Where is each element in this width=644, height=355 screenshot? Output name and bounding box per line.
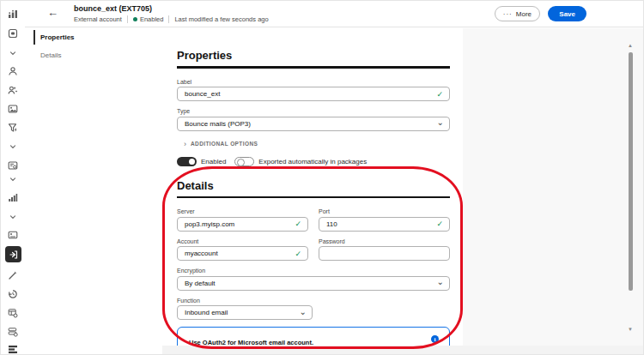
account-type-label: External account: [74, 15, 122, 23]
details-heading: Details: [177, 179, 450, 192]
chevron-right-icon: ›: [184, 140, 186, 148]
form-column: Properties Label bounce_ext ✓ Type Bounc…: [177, 28, 450, 355]
label-field-label: Label: [177, 79, 450, 85]
signal-bars-icon[interactable]: [5, 190, 21, 205]
content-cutoff: [162, 346, 644, 355]
bar-chart-icon[interactable]: [5, 6, 21, 21]
enabled-toggle[interactable]: [177, 157, 197, 166]
status-badge: Enabled: [133, 15, 164, 23]
media-icon[interactable]: [5, 101, 21, 117]
save-button[interactable]: Save: [548, 6, 586, 21]
enabled-toggle-label: Enabled: [201, 158, 226, 165]
status-dot-icon: [133, 17, 137, 21]
scrollbar-up-icon[interactable]: ▲: [628, 43, 633, 48]
subnav-item-properties[interactable]: Properties: [25, 28, 162, 46]
more-dots-icon: ···: [503, 10, 513, 18]
external-accounts-icon[interactable]: [5, 246, 21, 262]
divider: [168, 15, 169, 23]
audiences-icon[interactable]: [5, 82, 21, 98]
valid-check-icon: ✓: [295, 220, 301, 228]
section-rule: [177, 196, 450, 199]
port-field-label: Port: [319, 208, 450, 214]
function-field-label: Function: [177, 298, 450, 304]
filter-bolt-icon[interactable]: [5, 120, 21, 135]
sandbox-badge-icon[interactable]: [5, 26, 21, 41]
type-select[interactable]: Bounce mails (POP3) ⌄: [177, 117, 450, 131]
valid-check-icon: ✓: [436, 220, 443, 228]
encryption-field-label: Encryption: [177, 268, 450, 274]
subnav-item-details[interactable]: Details: [25, 46, 162, 64]
chevron-down-icon[interactable]: [5, 45, 21, 61]
chevron-down-icon[interactable]: [5, 171, 21, 187]
back-arrow-icon[interactable]: ←: [47, 7, 58, 18]
exported-toggle[interactable]: [234, 157, 254, 166]
table-gear-icon[interactable]: [5, 305, 21, 321]
password-field-label: Password: [319, 238, 450, 244]
page-header: ← bounce_ext (EXT705) External account E…: [25, 1, 644, 27]
label-field-input[interactable]: bounce_ext ✓: [177, 87, 450, 101]
last-modified-text: Last modified a few seconds ago: [174, 15, 268, 23]
properties-heading: Properties: [177, 49, 450, 62]
scrollbar-down-icon[interactable]: ▼: [628, 327, 633, 332]
account-field-label: Account: [177, 238, 308, 244]
page-title: bounce_ext (EXT705): [74, 4, 152, 13]
info-icon[interactable]: i: [431, 335, 439, 343]
page-background: [463, 28, 644, 355]
exported-toggle-label: Exported automatically in packages: [258, 158, 367, 165]
valid-check-icon: ✓: [436, 90, 443, 99]
server-gear-icon[interactable]: [5, 324, 21, 340]
additional-options-toggle[interactable]: › ADDITIONAL OPTIONS: [184, 140, 450, 148]
function-select[interactable]: Inbound email ⌄: [177, 305, 313, 320]
encryption-select[interactable]: By default ⌄: [177, 276, 450, 291]
more-button[interactable]: ··· More: [495, 6, 540, 21]
header-meta: External account Enabled Last modified a…: [74, 15, 269, 23]
valid-check-icon: ✓: [295, 250, 301, 258]
toggles-row: Enabled Exported automatically in packag…: [177, 157, 450, 166]
section-nav: Properties Details: [25, 28, 162, 64]
type-field-label: Type: [177, 108, 450, 114]
divider: [127, 15, 128, 23]
server-field-label: Server: [177, 208, 308, 214]
port-field-input[interactable]: 110 ✓: [319, 217, 450, 232]
package-icon[interactable]: [5, 351, 21, 355]
password-field-input[interactable]: [319, 246, 450, 261]
history-icon[interactable]: [5, 286, 21, 302]
person-icon[interactable]: [5, 63, 21, 79]
chevron-down-icon[interactable]: [5, 209, 21, 225]
wand-icon[interactable]: [5, 268, 21, 283]
left-icon-rail: [1, 1, 25, 355]
external-account-page: ← bounce_ext (EXT705) External account E…: [0, 0, 644, 355]
section-rule: [177, 66, 450, 69]
account-field-input[interactable]: myaccount ✓: [177, 246, 308, 261]
chevron-down-icon[interactable]: [5, 139, 21, 154]
scrollbar-thumb[interactable]: [629, 52, 633, 291]
card-icon[interactable]: [5, 227, 21, 243]
server-field-input[interactable]: pop3.myisp.com ✓: [177, 217, 308, 232]
